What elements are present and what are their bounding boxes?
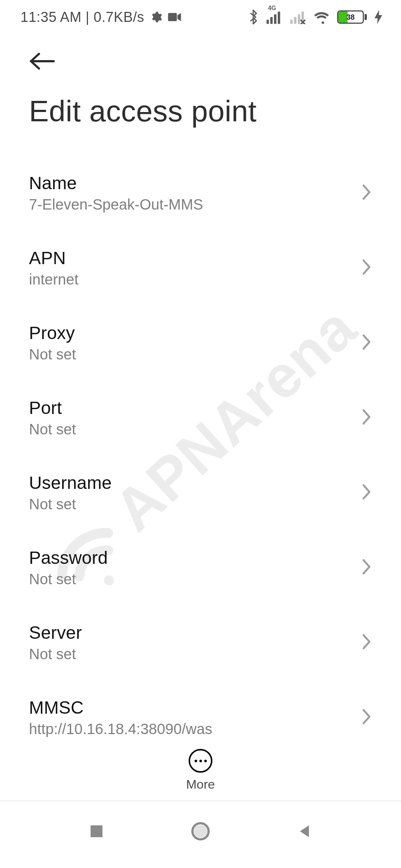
more-icon: [189, 749, 212, 773]
header: Edit access point: [0, 45, 401, 128]
row-value: Not set: [29, 496, 112, 513]
footer-bar: More: [0, 742, 401, 801]
battery-percentage: 38: [338, 11, 363, 23]
chevron-right-icon: [361, 333, 372, 352]
svg-rect-5: [290, 20, 293, 24]
row-server[interactable]: Server Not set: [29, 606, 372, 681]
row-value: internet: [29, 271, 78, 288]
svg-rect-2: [270, 17, 273, 24]
status-time-net: 11:35 AM | 0.7KB/s: [20, 9, 144, 25]
settings-list: Name 7-Eleven-Speak-Out-MMS APN internet…: [0, 157, 401, 772]
chevron-right-icon: [361, 633, 372, 652]
row-label: MMSC: [29, 697, 212, 718]
svg-rect-3: [274, 14, 276, 24]
status-bar: 11:35 AM | 0.7KB/s 4G 38: [0, 0, 401, 34]
row-apn[interactable]: APN internet: [29, 231, 372, 306]
row-value: Not set: [29, 646, 82, 662]
status-left: 11:35 AM | 0.7KB/s: [20, 9, 182, 25]
chevron-right-icon: [361, 408, 372, 427]
row-name[interactable]: Name 7-Eleven-Speak-Out-MMS: [29, 157, 372, 231]
row-value: 7-Eleven-Speak-Out-MMS: [29, 196, 203, 213]
chevron-right-icon: [361, 483, 372, 502]
chevron-right-icon: [361, 258, 372, 277]
svg-rect-7: [298, 14, 300, 24]
square-icon: [88, 822, 105, 840]
row-value: Not set: [29, 346, 76, 363]
row-label: APN: [29, 248, 78, 268]
circle-icon: [190, 821, 211, 842]
row-label: Proxy: [29, 323, 76, 343]
row-value: Not set: [29, 571, 108, 588]
more-label: More: [186, 777, 215, 792]
signal-nosim-icon: [290, 10, 306, 24]
more-button[interactable]: More: [186, 749, 215, 792]
signal-4g-icon: 4G: [266, 10, 282, 24]
arrow-left-icon: [29, 52, 56, 71]
chevron-right-icon: [361, 558, 372, 577]
back-button[interactable]: [29, 45, 66, 78]
svg-rect-1: [267, 20, 269, 24]
svg-rect-0: [168, 13, 177, 21]
svg-rect-6: [294, 17, 296, 24]
row-value: Not set: [29, 421, 76, 438]
nav-recents-button[interactable]: [65, 809, 128, 854]
system-navigation-bar: [0, 805, 401, 868]
charging-bolt-icon: [374, 10, 382, 24]
page-title: Edit access point: [29, 94, 372, 128]
row-value: http://10.16.18.4:38090/was: [29, 721, 212, 737]
bluetooth-icon: [248, 10, 258, 24]
row-port[interactable]: Port Not set: [29, 381, 372, 456]
row-label: Username: [29, 473, 112, 493]
row-password[interactable]: Password Not set: [29, 531, 372, 606]
chevron-right-icon: [361, 183, 372, 203]
row-label: Name: [29, 173, 203, 193]
triangle-left-icon: [296, 822, 313, 840]
chevron-right-icon: [361, 708, 372, 727]
signal-label: 4G: [268, 5, 276, 11]
status-right: 4G 38: [248, 10, 382, 24]
svg-rect-4: [278, 11, 280, 24]
battery-indicator: 38: [337, 10, 367, 24]
nav-home-button[interactable]: [169, 809, 232, 854]
row-username[interactable]: Username Not set: [29, 456, 372, 531]
row-label: Server: [29, 622, 82, 643]
row-label: Password: [29, 548, 108, 568]
svg-rect-10: [91, 825, 102, 837]
camera-icon: [167, 11, 182, 23]
nav-back-button[interactable]: [273, 809, 336, 854]
row-proxy[interactable]: Proxy Not set: [29, 306, 372, 381]
gear-icon: [150, 11, 162, 23]
row-label: Port: [29, 398, 76, 418]
wifi-icon: [313, 10, 330, 24]
svg-point-12: [195, 826, 206, 837]
